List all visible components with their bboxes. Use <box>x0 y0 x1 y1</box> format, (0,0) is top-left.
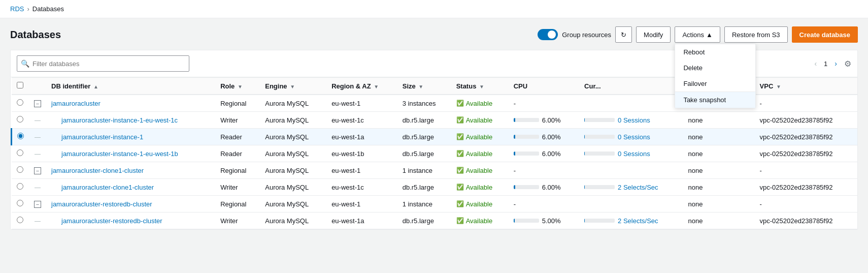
action-failover[interactable]: Failover <box>675 76 755 92</box>
breadcrumb-separator: › <box>27 5 29 13</box>
row-expand-cell[interactable]: − <box>29 95 46 112</box>
db-identifier-link[interactable]: jamauroracluster-clone1-cluster <box>51 167 144 174</box>
row-radio-cell[interactable] <box>12 179 29 196</box>
status-text: Available <box>466 150 493 158</box>
row-status-cell: ✅Available <box>451 129 509 145</box>
sessions-link[interactable]: 2 Selects/Sec <box>618 184 658 191</box>
row-radio-cell[interactable] <box>12 95 29 112</box>
table-row: —jamauroracluster-instance-1-eu-west-1cW… <box>12 112 858 129</box>
row-role-cell: Writer <box>215 213 260 229</box>
db-identifier-link[interactable]: jamauroracluster-instance-1-eu-west-1c <box>51 116 178 124</box>
cpu-bar <box>514 185 539 189</box>
row-engine-cell: Aurora MySQL <box>260 179 326 196</box>
db-identifier-link[interactable]: jamauroracluster-clone1-cluster <box>51 184 154 191</box>
col-vpc[interactable]: VPC ▼ <box>755 78 857 95</box>
db-identifier-link[interactable]: jamauroracluster-restoredb-cluster <box>51 217 162 225</box>
row-vpc-cell: vpc-025202ed238785f92 <box>755 145 857 162</box>
row-engine-cell: Aurora MySQL <box>260 213 326 229</box>
breadcrumb-rds-link[interactable]: RDS <box>10 5 24 13</box>
row-current-cell: 0 Sessions <box>579 145 683 162</box>
db-identifier-link[interactable]: jamauroracluster-instance-1 <box>51 133 143 141</box>
row-vpc-cell: vpc-025202ed238785f92 <box>755 179 857 196</box>
tree-indent-icon: — <box>35 184 41 191</box>
row-size-cell: 3 instances <box>397 95 451 112</box>
row-size-cell: 1 instance <box>397 162 451 179</box>
col-role[interactable]: Role ▼ <box>215 78 260 95</box>
row-expand-cell: — <box>29 179 46 196</box>
row-region-cell: eu-west-1c <box>326 112 397 129</box>
row-radio[interactable] <box>17 149 23 156</box>
row-db-id-cell: jamauroracluster-restoredb-cluster <box>46 213 215 229</box>
row-radio[interactable] <box>17 166 23 173</box>
db-identifier-link[interactable]: jamauroracluster <box>51 100 101 107</box>
status-sort-icon: ▼ <box>479 84 484 89</box>
select-all-checkbox[interactable] <box>17 82 23 88</box>
row-status-cell: ✅Available <box>451 112 509 129</box>
sessions-bar <box>584 118 615 122</box>
vpc-sort-icon: ▼ <box>776 84 781 89</box>
row-expand-cell[interactable]: − <box>29 196 46 213</box>
row-status-cell: ✅Available <box>451 196 509 213</box>
status-text: Available <box>466 167 493 174</box>
action-take-snapshot[interactable]: Take snapshot <box>675 92 755 108</box>
col-db-identifier[interactable]: DB identifier ▲ <box>46 78 215 95</box>
row-maintenance-cell: none <box>683 129 754 145</box>
row-radio[interactable] <box>17 133 24 139</box>
sessions-link[interactable]: 0 Sessions <box>618 116 650 124</box>
table-row: —jamauroracluster-instance-1-eu-west-1bR… <box>12 145 858 162</box>
cpu-bar <box>514 151 539 156</box>
row-radio-cell[interactable] <box>12 162 29 179</box>
row-current-cell: 2 Selects/Sec <box>579 213 683 229</box>
row-status-cell: ✅Available <box>451 95 509 112</box>
group-resources-label: Group resources <box>562 31 611 39</box>
status-available-icon: ✅ <box>456 184 464 191</box>
row-radio-cell[interactable] <box>12 196 29 213</box>
search-input[interactable] <box>17 55 189 72</box>
tree-indent-icon: — <box>35 150 41 158</box>
row-radio[interactable] <box>17 116 23 123</box>
action-reboot[interactable]: Reboot <box>675 44 755 60</box>
col-status[interactable]: Status ▼ <box>451 78 509 95</box>
status-text: Available <box>466 116 493 124</box>
row-current-cell <box>579 95 683 112</box>
sessions-link[interactable]: 0 Sessions <box>618 133 650 141</box>
col-engine[interactable]: Engine ▼ <box>260 78 326 95</box>
pagination-prev[interactable]: ‹ <box>811 58 820 69</box>
row-radio-cell[interactable] <box>12 129 29 145</box>
row-radio[interactable] <box>17 200 23 206</box>
row-radio[interactable] <box>17 217 23 223</box>
row-region-cell: eu-west-1 <box>326 196 397 213</box>
row-radio-cell[interactable] <box>12 145 29 162</box>
group-resources-toggle[interactable] <box>538 29 558 40</box>
table-settings-icon[interactable]: ⚙ <box>844 59 851 69</box>
sessions-link[interactable]: 0 Sessions <box>618 150 650 158</box>
col-region[interactable]: Region & AZ ▼ <box>326 78 397 95</box>
row-radio-cell[interactable] <box>12 112 29 129</box>
group-resources-toggle-label[interactable]: Group resources <box>538 29 611 40</box>
row-role-cell: Writer <box>215 112 260 129</box>
cpu-percent: 5.00% <box>542 217 561 225</box>
modify-button[interactable]: Modify <box>636 26 671 43</box>
expand-icon[interactable]: − <box>34 201 41 208</box>
row-role-cell: Reader <box>215 145 260 162</box>
row-size-cell: db.r5.large <box>397 145 451 162</box>
row-db-id-cell: jamauroracluster-instance-1 <box>46 129 215 145</box>
db-identifier-link[interactable]: jamauroracluster-instance-1-eu-west-1b <box>51 150 178 158</box>
db-identifier-link[interactable]: jamauroracluster-restoredb-cluster <box>51 200 152 208</box>
actions-button[interactable]: Actions ▲ <box>675 26 720 43</box>
create-database-button[interactable]: Create database <box>792 26 858 43</box>
page-title: Databases <box>10 29 61 41</box>
row-expand-cell[interactable]: − <box>29 162 46 179</box>
row-expand-cell: — <box>29 129 46 145</box>
row-radio-cell[interactable] <box>12 213 29 229</box>
row-radio[interactable] <box>17 99 23 106</box>
restore-s3-button[interactable]: Restore from S3 <box>724 26 788 43</box>
expand-icon[interactable]: − <box>34 167 41 174</box>
row-radio[interactable] <box>17 183 23 190</box>
refresh-button[interactable]: ↻ <box>615 26 632 43</box>
col-size[interactable]: Size ▼ <box>397 78 451 95</box>
sessions-link[interactable]: 2 Selects/Sec <box>618 217 658 225</box>
expand-icon[interactable]: − <box>34 100 41 107</box>
action-delete[interactable]: Delete <box>675 60 755 76</box>
pagination-next[interactable]: › <box>831 58 840 69</box>
